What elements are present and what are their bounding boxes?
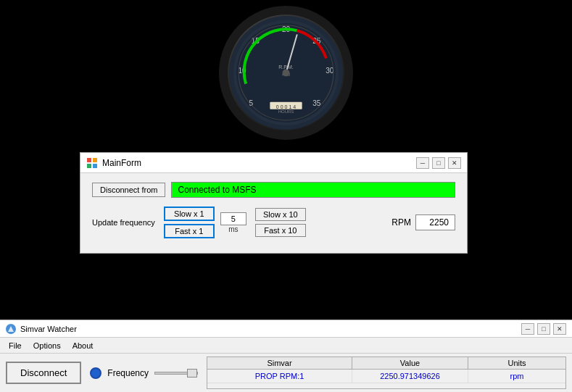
td-units: rpm <box>468 370 565 383</box>
minimize-button[interactable]: ─ <box>416 157 429 169</box>
frequency-slider[interactable] <box>154 372 198 375</box>
connection-status: Connected to MSFS <box>171 182 455 198</box>
svg-rect-21 <box>93 164 97 168</box>
ms-section: ms <box>220 212 246 233</box>
svg-text:0 0 0 1 4: 0 0 0 1 4 <box>276 104 296 109</box>
rpm-value: 2250 <box>415 214 455 230</box>
td-simvar: PROP RPM:1 <box>207 370 352 383</box>
frequency-label: Frequency <box>107 368 149 378</box>
disconnect-button[interactable]: Disconnect <box>6 362 81 384</box>
update-frequency-label: Update frequency <box>92 218 155 227</box>
frequency-row: Update frequency Slow x 1 Fast x 1 ms Sl… <box>92 207 455 238</box>
connection-row: Disconnect from Connected to MSFS <box>92 182 455 198</box>
fast-x1-button[interactable]: Fast x 1 <box>164 224 215 238</box>
simvar-body: Disconnect Frequency Simvar Value Units … <box>0 354 572 392</box>
simvar-title-bar: Simvar Watcher ─ □ ✕ <box>0 320 572 338</box>
col-header-value: Value <box>352 357 468 369</box>
menu-options[interactable]: Options <box>28 341 67 351</box>
slow-fast-buttons-right: Slow x 10 Fast x 10 <box>255 208 306 237</box>
svg-point-16 <box>282 69 289 76</box>
table-row: PROP RPM:1 2250.971349626 rpm <box>207 370 565 383</box>
menu-about[interactable]: About <box>67 341 99 351</box>
slider-thumb[interactable] <box>187 369 197 378</box>
disconnect-from-button[interactable]: Disconnect from <box>92 183 165 197</box>
close-button[interactable]: ✕ <box>448 157 461 169</box>
svg-marker-22 <box>8 326 14 332</box>
rpm-label: RPM <box>391 217 411 228</box>
simvar-title-left: Simvar Watcher <box>6 324 77 334</box>
simvar-watcher-window: Simvar Watcher ─ □ ✕ File Options About … <box>0 320 572 392</box>
svg-rect-20 <box>87 164 91 168</box>
simvar-title-text: Simvar Watcher <box>20 325 77 333</box>
table-header: Simvar Value Units <box>207 357 565 370</box>
menu-file[interactable]: File <box>3 341 28 351</box>
td-value: 2250.971349626 <box>352 370 468 383</box>
svg-text:R.P.M.: R.P.M. <box>278 64 294 70</box>
simvar-maximize-button[interactable]: □ <box>537 323 550 335</box>
svg-rect-18 <box>87 158 91 162</box>
title-bar-controls: ─ □ ✕ <box>416 157 461 169</box>
frequency-indicator <box>90 367 101 379</box>
col-header-units: Units <box>468 357 565 369</box>
svg-rect-19 <box>93 158 97 162</box>
fast-x10-button[interactable]: Fast x 10 <box>255 224 306 237</box>
slow-x1-button[interactable]: Slow x 1 <box>164 207 215 221</box>
main-form-dialog: MainForm ─ □ ✕ Disconnect from Connected… <box>80 152 468 254</box>
simvar-table: Simvar Value Units PROP RPM:1 2250.97134… <box>207 356 566 389</box>
mainform-icon <box>86 157 98 169</box>
dialog-content: Disconnect from Connected to MSFS Update… <box>80 173 467 253</box>
ms-label: ms <box>228 225 238 233</box>
slow-fast-buttons-left: Slow x 1 Fast x 1 <box>164 207 215 238</box>
col-header-simvar: Simvar <box>207 357 352 369</box>
gauge-image: 5 10 15 20 25 30 35 R.P.M. ×100 HOURS 0 … <box>219 6 353 140</box>
simvar-menu-bar: File Options About <box>0 338 572 354</box>
simvar-title-controls: ─ □ ✕ <box>521 323 566 335</box>
main-form-title: MainForm <box>102 158 141 168</box>
svg-text:HOURS: HOURS <box>278 109 294 113</box>
maximize-button[interactable]: □ <box>432 157 445 169</box>
slow-x10-button[interactable]: Slow x 10 <box>255 208 306 221</box>
rpm-section: RPM 2250 <box>391 214 455 230</box>
simvar-icon <box>6 324 16 334</box>
title-bar-left: MainForm <box>86 157 141 169</box>
top-section: 5 10 15 20 25 30 35 R.P.M. ×100 HOURS 0 … <box>0 0 572 145</box>
ms-input[interactable] <box>220 212 246 225</box>
main-form-title-bar: MainForm ─ □ ✕ <box>80 153 467 173</box>
simvar-close-button[interactable]: ✕ <box>553 323 566 335</box>
frequency-section: Frequency <box>90 367 198 379</box>
simvar-minimize-button[interactable]: ─ <box>521 323 534 335</box>
